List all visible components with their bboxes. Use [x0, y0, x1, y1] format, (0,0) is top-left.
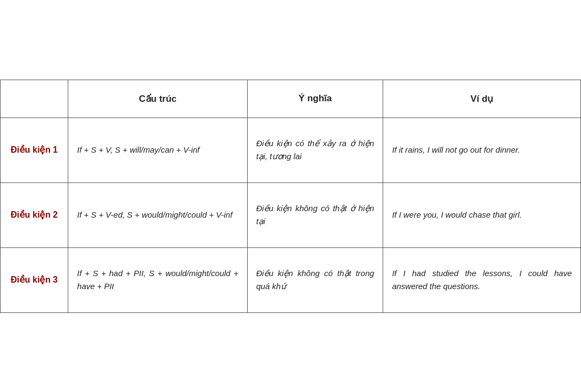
row3-example: If I had studied the lessons, I could ha… [383, 247, 581, 312]
row1-type: Điều kiện 1 [1, 117, 68, 182]
row1-meaning: Điều kiện có thể xảy ra ở hiện tại, tươn… [247, 117, 383, 182]
row2-example: If I were you, I would chase that girl. [383, 182, 581, 247]
table-row: Điều kiện 2 If + S + V-ed, S + would/mig… [1, 182, 581, 247]
row3-structure: If + S + had + PII, S + would/might/coul… [68, 247, 247, 312]
table-row: Điều kiện 3 If + S + had + PII, S + woul… [1, 247, 581, 312]
row3-type: Điều kiện 3 [1, 247, 68, 312]
table-row: Điều kiện 1 If + S + V, S + will/may/can… [1, 117, 581, 182]
row1-example: If it rains, I will not go out for dinne… [383, 117, 581, 182]
row2-structure: If + S + V-ed, S + would/might/could + V… [68, 182, 247, 247]
row3-meaning: Điều kiện không có thật trong quá khứ [247, 247, 383, 312]
row2-meaning: Điều kiện không có thật ở hiện tại [247, 182, 383, 247]
header-structure: Cấu trúc [68, 80, 247, 117]
header-example: Ví dụ [383, 80, 581, 117]
row2-type: Điều kiện 2 [1, 182, 68, 247]
conditional-table: Cấu trúc Ý nghĩa Ví dụ Điều kiện 1 If + … [0, 80, 581, 313]
row1-structure: If + S + V, S + will/may/can + V-inf [68, 117, 247, 182]
header-meaning: Ý nghĩa [247, 80, 383, 117]
header-type [1, 80, 68, 117]
